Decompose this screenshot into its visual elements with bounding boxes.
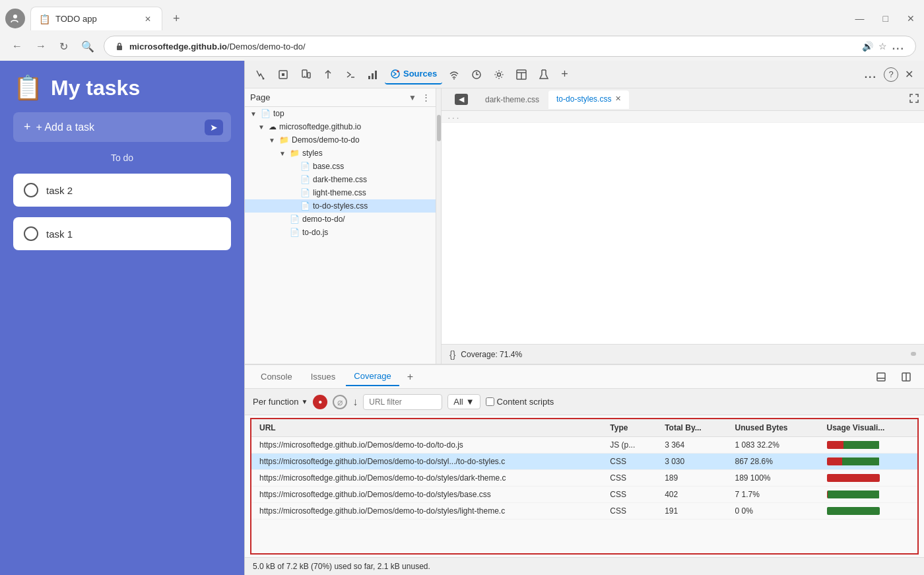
profile-icon[interactable] xyxy=(5,9,25,28)
inspect-element-button[interactable] xyxy=(250,65,271,84)
code-tab-dark-theme[interactable]: dark-theme.css xyxy=(477,91,547,108)
address-input[interactable]: microsoftedge.github.io/Demos/demo-to-do… xyxy=(104,36,916,57)
code-tab-label-active: to-do-styles.css xyxy=(556,94,611,104)
split-button[interactable] xyxy=(896,368,916,386)
all-dropdown[interactable]: All ▼ xyxy=(447,394,480,409)
favorites-icon[interactable]: ☆ xyxy=(878,41,887,51)
download-button[interactable]: ↓ xyxy=(352,396,358,408)
svg-point-15 xyxy=(498,73,501,76)
sources-tab-button[interactable]: Sources xyxy=(385,65,442,85)
task-item-2[interactable]: task 1 xyxy=(13,217,231,250)
close-button[interactable]: ✕ xyxy=(903,12,919,25)
code-tab-close-icon[interactable]: ✕ xyxy=(615,94,621,103)
coverage-scrollbar-bottom[interactable] xyxy=(911,352,916,357)
task-circle-icon-2[interactable] xyxy=(24,226,38,241)
console-tab[interactable]: Console xyxy=(253,368,300,386)
search-button[interactable]: 🔍 xyxy=(77,38,98,55)
minimize-button[interactable]: ― xyxy=(851,12,869,25)
tab-close-button[interactable]: ✕ xyxy=(142,13,154,25)
tree-item-todo-js[interactable]: 📄 to-do.js xyxy=(245,226,436,239)
table-row[interactable]: https://microsoftedge.github.io/Demos/de… xyxy=(251,487,917,503)
inspect-button[interactable] xyxy=(273,65,294,84)
close-devtools-button[interactable]: ✕ xyxy=(900,64,919,85)
add-tab-button[interactable]: + xyxy=(402,368,418,386)
add-task-plus-icon: + xyxy=(24,120,31,134)
row-url-2[interactable]: https://microsoftedge.github.io/Demos/de… xyxy=(251,454,602,470)
todo-sidebar: 📋 My tasks + + Add a task ➤ To do task 2… xyxy=(0,61,244,575)
wifi-icon-button[interactable] xyxy=(444,65,465,84)
row-unused-5: 0 0% xyxy=(727,503,818,520)
settings-icon-button[interactable] xyxy=(488,65,510,84)
tree-item-styles[interactable]: ▼ 📁 styles xyxy=(245,147,436,160)
experiment-icon-button[interactable] xyxy=(533,65,554,84)
console-button[interactable] xyxy=(340,65,361,84)
elements-button[interactable] xyxy=(317,65,339,84)
table-row[interactable]: https://microsoftedge.github.io/Demos/de… xyxy=(251,470,917,487)
issues-tab[interactable]: Issues xyxy=(303,368,344,386)
tree-folder-icon: 📄 xyxy=(261,109,271,118)
table-row[interactable]: https://microsoftedge.github.io/Demos/de… xyxy=(251,437,917,454)
row-url-3[interactable]: https://microsoftedge.github.io/Demos/de… xyxy=(251,470,602,487)
back-button[interactable]: ← xyxy=(8,38,26,55)
tree-item-top[interactable]: ▼ 📄 top xyxy=(245,107,436,120)
reload-button[interactable]: ↻ xyxy=(55,38,72,55)
per-function-dropdown[interactable]: Per function ▼ xyxy=(253,397,308,407)
svg-rect-10 xyxy=(375,71,377,79)
network-button[interactable] xyxy=(362,65,383,84)
add-task-arrow-icon: ➤ xyxy=(205,119,223,135)
task-label-2: task 1 xyxy=(46,228,73,240)
clear-button[interactable]: ⌀ xyxy=(333,395,347,409)
tree-item-domain[interactable]: ▼ ☁ microsoftedge.github.io xyxy=(245,120,436,133)
row-url-1[interactable]: https://microsoftedge.github.io/Demos/de… xyxy=(251,437,602,454)
file-tree-dropdown-icon[interactable]: ▼ xyxy=(409,93,416,102)
help-button[interactable]: ? xyxy=(884,67,898,82)
content-scripts-checkbox-label[interactable]: Content scripts xyxy=(486,397,554,407)
more-tools-button[interactable]: ... xyxy=(859,65,882,85)
record-button[interactable]: ● xyxy=(313,395,327,409)
tree-item-base-css[interactable]: 📄 base.css xyxy=(245,160,436,173)
tree-label: microsoftedge.github.io xyxy=(279,122,361,131)
table-row[interactable]: https://microsoftedge.github.io/Demos/de… xyxy=(251,454,917,470)
url-filter-input[interactable] xyxy=(363,394,442,410)
svg-rect-6 xyxy=(308,73,310,78)
read-aloud-icon[interactable]: 🔊 xyxy=(862,41,873,51)
code-tab-todo-styles[interactable]: to-do-styles.css ✕ xyxy=(548,90,629,109)
back-icon: ◀ xyxy=(455,94,468,105)
task-label-1: task 2 xyxy=(46,185,73,196)
bottom-tabs-right xyxy=(871,368,916,386)
row-visual-3 xyxy=(819,470,918,487)
file-tree-more-icon[interactable]: ⋮ xyxy=(422,92,430,102)
col-type: Type xyxy=(602,419,657,437)
browser-tab-active[interactable]: 📋 TODO app ✕ xyxy=(30,7,162,30)
code-tab-expand[interactable] xyxy=(909,94,919,105)
add-panel-button[interactable]: + xyxy=(556,63,574,85)
layout-icon-button[interactable] xyxy=(511,65,532,84)
task-item-1[interactable]: task 2 xyxy=(13,174,231,207)
device-emulation-button[interactable] xyxy=(295,65,316,84)
usage-bar-5 xyxy=(827,507,880,515)
forward-button[interactable]: → xyxy=(32,38,50,55)
table-row[interactable]: https://microsoftedge.github.io/Demos/de… xyxy=(251,503,917,520)
coverage-tab[interactable]: Coverage xyxy=(346,367,399,386)
row-unused-3: 189 100% xyxy=(727,470,818,487)
row-url-4[interactable]: https://microsoftedge.github.io/Demos/de… xyxy=(251,487,602,503)
performance-icon-button[interactable] xyxy=(466,65,487,84)
code-tab-back[interactable]: ◀ xyxy=(447,90,476,109)
new-tab-button[interactable]: + xyxy=(168,9,185,28)
tree-scrollbar[interactable] xyxy=(436,88,442,364)
svg-point-12 xyxy=(397,70,399,72)
more-button[interactable]: ... xyxy=(892,40,905,52)
row-url-5[interactable]: https://microsoftedge.github.io/Demos/de… xyxy=(251,503,602,520)
col-total: Total By... xyxy=(657,419,727,437)
tree-item-dark-theme-css[interactable]: 📄 dark-theme.css xyxy=(245,173,436,186)
tree-item-light-theme-css[interactable]: 📄 light-theme.css xyxy=(245,186,436,199)
add-task-button[interactable]: + + Add a task ➤ xyxy=(13,112,231,142)
task-circle-icon[interactable] xyxy=(24,183,38,197)
dock-button[interactable] xyxy=(871,368,891,386)
tree-item-todo-styles-css[interactable]: 📄 to-do-styles.css xyxy=(245,199,436,213)
svg-rect-8 xyxy=(368,76,370,79)
maximize-button[interactable]: □ xyxy=(879,12,892,25)
tree-item-demo-todo[interactable]: 📄 demo-to-do/ xyxy=(245,213,436,226)
content-scripts-checkbox[interactable] xyxy=(486,397,494,406)
tree-item-demos[interactable]: ▼ 📁 Demos/demo-to-do xyxy=(245,133,436,147)
